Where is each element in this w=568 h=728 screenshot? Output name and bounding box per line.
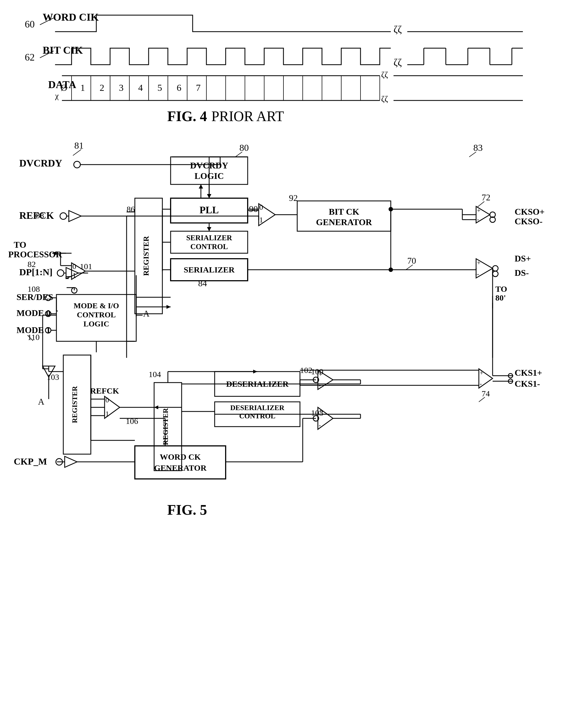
ckp-m-buffer [65, 456, 77, 467]
mux0-label-0: 0 [72, 262, 76, 271]
bit-4: 4 [138, 83, 143, 93]
refck-label2: REFCK [90, 386, 119, 395]
register1-text: REGISTER [142, 236, 150, 276]
plus1: + [477, 207, 481, 214]
ds-minus-circle [493, 271, 498, 277]
refck-circle [60, 213, 67, 219]
to80-text1: TO [495, 284, 507, 293]
ref104: 104 [149, 370, 161, 379]
label-a2: A [38, 397, 44, 407]
dp-label: DP[1:N] [19, 267, 53, 277]
ref74: 74 [482, 389, 490, 398]
plus3: + [319, 370, 323, 378]
dp-circle [57, 270, 64, 276]
bit-1: 1 [80, 83, 85, 93]
register-left-text: REGISTER [71, 386, 79, 423]
word-ck-gen-text1: WORD CK [160, 452, 201, 461]
bit-6: 6 [177, 83, 181, 93]
fig5-title: FIG. 5 [167, 502, 207, 518]
ds-plus-label: DS+ [515, 253, 531, 263]
data-break-mid: ζζ [381, 70, 388, 79]
bit-clk-label: BIT CIK [43, 44, 83, 56]
mux1-label-0: 0 [259, 203, 263, 211]
word-ck-gen-box [135, 446, 226, 479]
ref60: 60 [25, 19, 35, 30]
plus2: + [477, 259, 481, 266]
ref83: 83 [473, 143, 483, 153]
svg-marker-121 [207, 227, 211, 231]
svg-marker-131 [253, 370, 257, 373]
cks1-minus-label: CKS1- [515, 379, 540, 389]
dvcrdy-label: DVCRDY [19, 158, 62, 169]
minus4: - [319, 422, 321, 429]
page: WORD CIK 60 ζζ BIT CIK 62 ζζ DATA χ ζζ ζ… [0, 0, 568, 728]
ref92: 92 [289, 193, 298, 203]
deser-ctrl-text2: CONTROL [239, 412, 275, 420]
break1: ζζ [394, 24, 402, 35]
serializer-text: SERIALIZER [184, 265, 234, 274]
ref70: 70 [407, 256, 416, 266]
refck-mux-1: 1 [105, 410, 109, 418]
bit-3: 3 [119, 83, 124, 93]
ref72: 72 [482, 192, 490, 202]
ref62: 62 [25, 52, 35, 63]
minus5: - [480, 380, 482, 387]
to-processor-text2: PROCESSOR [8, 249, 62, 259]
ser-ctrl-text1: SERIALIZER [186, 234, 232, 242]
bit-ck-gen-text2: GENERATOR [316, 217, 372, 227]
minus1: - [477, 216, 479, 223]
diagram-svg: WORD CIK 60 ζζ BIT CIK 62 ζζ DATA χ ζζ ζ… [0, 0, 568, 728]
plus5: + [480, 369, 484, 376]
ckso-minus-label: CKSO- [515, 216, 542, 226]
ds-minus-label: DS- [515, 268, 529, 278]
ser-ctrl-text2: CONTROL [190, 242, 228, 251]
ref106: 106 [126, 416, 138, 426]
ds-plus-circle [493, 266, 498, 271]
minus2: - [477, 270, 479, 277]
data-break-mid2: ζζ [381, 94, 388, 103]
ckp-m-label: CKP_M [14, 456, 47, 467]
ref81: 81 [74, 140, 84, 151]
pll-text: PLL [200, 205, 219, 216]
bit-2: 2 [100, 83, 104, 93]
svg-marker-64 [166, 305, 171, 309]
mode-io-text1: MODE & I/O [74, 301, 119, 310]
svg-line-38 [469, 152, 476, 157]
ref80: 80 [239, 143, 249, 153]
plus4: + [319, 408, 323, 415]
mode-io-text3: LOGIC [83, 320, 109, 328]
ckso-plus-label: CKSO+ [515, 207, 545, 217]
bit-ck-gen-text1: BIT CK [329, 207, 359, 217]
label-a1: A [143, 309, 149, 318]
fig4-title: FIG. 4 [167, 108, 207, 124]
bit-0: Ø [61, 83, 67, 93]
word-clk-label: WORD CIK [43, 11, 99, 23]
deser-ctrl-text1: DESERIALIZER [230, 404, 285, 412]
svg-marker-81 [154, 405, 158, 409]
ref101: 101 [80, 262, 92, 271]
dvcrdy-circle [74, 161, 80, 168]
ref82: 82 [28, 260, 36, 269]
ref84: 84 [198, 278, 207, 288]
svg-line-66 [477, 201, 484, 207]
refck-mux-0: 0 [105, 396, 109, 404]
svg-line-37 [235, 152, 242, 157]
to80-text2: 80' [495, 293, 506, 302]
mode-io-text2: CONTROL [77, 310, 116, 319]
data-break-start: χ [55, 91, 59, 100]
mux1-label-1: 1 [259, 216, 263, 224]
to-processor-text1: TO [14, 240, 26, 250]
svg-marker-42 [199, 184, 203, 189]
bit-5: 5 [157, 83, 162, 93]
ref88: 88 [36, 211, 44, 220]
cks1-plus-label: CKS1+ [515, 368, 542, 378]
refck-buffer [69, 211, 81, 222]
bit-7: 7 [196, 83, 201, 93]
word-ck-gen-text2: GENERATOR [154, 463, 207, 472]
break2: ζζ [394, 57, 402, 68]
fig4-prior-art: PRIOR ART [211, 108, 284, 124]
